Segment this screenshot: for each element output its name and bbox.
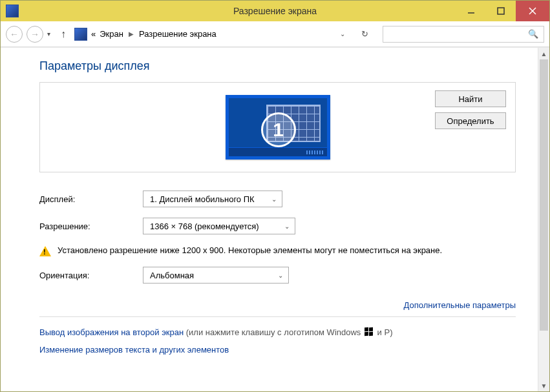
footer-links: Вывод изображения на второй экран (или н… (39, 326, 516, 355)
breadcrumb-seg-2[interactable]: Разрешение экрана (138, 29, 218, 39)
find-button[interactable]: Найти (435, 90, 506, 107)
app-icon (6, 5, 19, 17)
resolution-select[interactable]: 1366 × 768 (рекомендуется) ⌄ (143, 218, 295, 234)
text-size-link[interactable]: Изменение размеров текста и других элеме… (39, 345, 229, 355)
navigation-bar: ← → ▾ ↑ « Экран ▶ Разрешение экрана ⌄ ↻ … (1, 21, 549, 47)
forward-button[interactable]: → (26, 26, 43, 43)
page-title: Параметры дисплея (39, 59, 516, 73)
refresh-icon: ↻ (361, 29, 368, 39)
display-preview-box: 1 Найти Определить (39, 82, 516, 172)
window-controls (456, 1, 549, 21)
divider (39, 316, 516, 317)
row-display: Дисплей: 1. Дисплей мобильного ПК ⌄ (39, 191, 516, 207)
row-orientation: Ориентация: Альбомная ⌄ (39, 267, 516, 284)
scroll-down-button[interactable]: ▼ (538, 380, 550, 391)
scroll-thumb[interactable] (540, 59, 548, 331)
orientation-select[interactable]: Альбомная ⌄ (143, 267, 289, 284)
display-select[interactable]: 1. Дисплей мобильного ПК ⌄ (143, 191, 282, 207)
label-resolution: Разрешение: (39, 222, 143, 231)
warning-icon (39, 246, 51, 256)
refresh-button[interactable]: ↻ (355, 26, 374, 43)
project-line: Вывод изображения на второй экран (или н… (39, 326, 516, 337)
monitor-preview[interactable]: 1 (226, 95, 330, 160)
minimize-button[interactable] (456, 1, 486, 21)
textsize-line: Изменение размеров текста и других элеме… (39, 345, 516, 355)
display-select-value: 1. Дисплей мобильного ПК (150, 194, 255, 204)
label-display: Дисплей: (39, 194, 143, 204)
chevron-right-icon: ▶ (126, 30, 136, 37)
advanced-link-row: Дополнительные параметры (39, 300, 516, 310)
content-area: Параметры дисплея 1 Найти Определить Дис… (1, 47, 549, 391)
label-orientation: Ориентация: (39, 271, 143, 280)
row-resolution: Разрешение: 1366 × 768 (рекомендуется) ⌄ (39, 218, 516, 234)
window-frame: Разрешение экрана ← → ▾ ↑ « Экран (0, 0, 550, 392)
search-input[interactable]: 🔍 (383, 26, 544, 43)
warning-text: Установлено разрешение ниже 1200 x 900. … (58, 245, 442, 256)
breadcrumb-seg-1[interactable]: Экран (98, 29, 125, 39)
history-dropdown[interactable]: ▾ (47, 30, 50, 37)
advanced-settings-link[interactable]: Дополнительные параметры (403, 300, 516, 310)
orientation-select-value: Альбомная (150, 271, 194, 280)
scroll-track[interactable] (538, 59, 549, 380)
project-link[interactable]: Вывод изображения на второй экран (39, 327, 184, 337)
chevron-down-icon: ⌄ (278, 272, 283, 279)
resolution-warning: Установлено разрешение ниже 1200 x 900. … (39, 245, 516, 256)
search-icon: 🔍 (528, 29, 538, 39)
up-button[interactable]: ↑ (57, 28, 70, 40)
monitor-number-badge: 1 (261, 112, 296, 147)
title-bar: Разрешение экрана (1, 1, 549, 21)
maximize-icon (497, 7, 505, 15)
scroll-up-button[interactable]: ▲ (538, 48, 550, 59)
chevron-down-icon: ⌄ (271, 196, 277, 203)
content: Параметры дисплея 1 Найти Определить Дис… (1, 48, 538, 391)
monitor-taskbar-icon (229, 147, 327, 156)
arrow-up-icon: ↑ (61, 28, 66, 39)
resolution-select-value: 1366 × 768 (рекомендуется) (150, 222, 259, 231)
location-icon (74, 28, 87, 41)
project-hint-b: и P) (375, 327, 393, 337)
arrow-right-icon: → (30, 29, 39, 39)
svg-rect-1 (498, 8, 504, 14)
address-dropdown[interactable]: ⌄ (333, 30, 352, 37)
maximize-button[interactable] (486, 1, 516, 21)
preview-side-buttons: Найти Определить (435, 90, 506, 129)
minimize-icon (467, 7, 475, 15)
chevron-down-icon: ⌄ (284, 223, 290, 230)
breadcrumb[interactable]: « Экран ▶ Разрешение экрана (74, 26, 220, 43)
back-button[interactable]: ← (6, 26, 23, 43)
project-hint-a: (или нажмите клавишу с логотипом Windows (184, 327, 363, 337)
identify-button[interactable]: Определить (435, 112, 506, 129)
close-icon (529, 7, 536, 15)
breadcrumb-prefix: « (90, 29, 97, 39)
vertical-scrollbar[interactable]: ▲ ▼ (538, 48, 549, 391)
windows-logo-icon (365, 327, 374, 336)
arrow-left-icon: ← (10, 29, 19, 39)
close-button[interactable] (516, 1, 549, 21)
